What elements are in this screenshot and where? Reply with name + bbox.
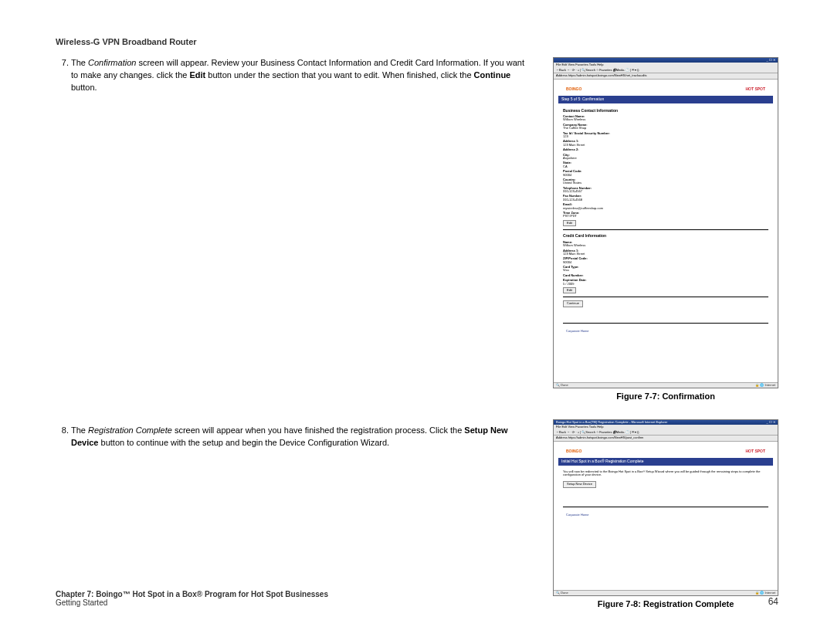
value: 5 / 2009	[563, 282, 574, 286]
text: The	[71, 425, 88, 435]
reg-complete-term: Registration Complete	[88, 425, 172, 435]
browser-statusbar: 🔍 Done 🔒 🌐 Internet	[554, 382, 778, 388]
figure-column: _ ☐ ✕ File Edit View Favorites Tools Hel…	[553, 57, 778, 627]
browser-window-2: Boingo Hot Spot in a Box(TM) Registratio…	[553, 419, 778, 596]
brand-row-2: BOINGO HOT SPOT	[558, 446, 773, 459]
text: button under the section that you want t…	[205, 70, 473, 80]
value: 310-123-4568	[563, 198, 582, 202]
label: ZIP/Postal Code:	[563, 257, 768, 260]
value: mywireless@coffeeshop.com	[563, 206, 603, 210]
instruction-list-2: The Registration Complete screen will ap…	[56, 425, 530, 449]
boingo-logo: BOINGO	[566, 449, 581, 454]
completion-text: You will now be redirected to the Boingo…	[563, 470, 768, 477]
confirmation-term: Confirmation	[88, 58, 136, 67]
value: 90004	[563, 173, 571, 177]
label: Card Type:	[563, 266, 768, 269]
label: Company Name:	[563, 124, 768, 127]
document-page: Wireless-G VPN Broadband Router The Conf…	[0, 0, 834, 644]
label: Address 1:	[563, 249, 768, 253]
label: Contact Name:	[563, 115, 768, 118]
value: 123	[563, 134, 568, 138]
step-8: The Registration Complete screen will ap…	[71, 425, 530, 449]
chapter-title: Chapter 7: Boingo™ Hot Spot in a Box® Pr…	[56, 590, 328, 598]
browser-content: BOINGO HOT SPOT Step 5 of 5: Confirmatio…	[554, 80, 778, 382]
browser-toolbar-2: ←Back → · ⟳ · ⌂ | 🔍Search ☆Favorites 🗐Me…	[554, 430, 778, 436]
text: The	[71, 58, 88, 67]
two-column-layout: The Confirmation screen will appear. Rev…	[56, 57, 778, 627]
continue-button[interactable]: Continue	[563, 300, 583, 307]
label: Name:	[563, 241, 768, 244]
step-7: The Confirmation screen will appear. Rev…	[71, 57, 530, 94]
figure-caption-7-7: Figure 7-7: Confirmation	[553, 391, 778, 401]
label: City:	[563, 154, 768, 157]
browser-address-2: Address https://admin.hotspot.boingo.com…	[554, 436, 778, 441]
label: State:	[563, 161, 768, 164]
value: 123 Main Street	[563, 143, 585, 147]
section-business-contact: Business Contact Information	[563, 109, 768, 114]
wizard-step-bar: Step 5 of 5: Confirmation	[558, 96, 773, 103]
value: 90004	[563, 260, 571, 264]
section-credit-card: Credit Card Information	[563, 234, 768, 239]
value: 310-123-4567	[563, 189, 582, 193]
setup-new-device-button[interactable]: Setup New Device	[563, 481, 596, 487]
corporate-link[interactable]: Corporate Home	[566, 330, 589, 333]
edit-button-2[interactable]: Edit	[563, 287, 576, 293]
label: Address 2:	[563, 148, 768, 151]
status-left: 🔍 Done	[556, 384, 568, 387]
value: Visa	[563, 268, 569, 272]
label: Postal Code:	[563, 170, 768, 173]
edit-button[interactable]: Edit	[563, 220, 576, 226]
value: United States	[563, 181, 581, 185]
hotspot-logo: HOT SPOT	[745, 86, 765, 91]
corporate-link[interactable]: Corporate Home	[566, 514, 589, 517]
instruction-list: The Confirmation screen will appear. Rev…	[56, 57, 530, 94]
value: PST#PDT	[563, 214, 577, 218]
label: Country:	[563, 178, 768, 181]
spacer	[56, 99, 530, 425]
text: screen will appear when you have finishe…	[172, 425, 464, 435]
label: Expiration Date:	[563, 279, 768, 282]
text: button to continue with the setup and be…	[98, 438, 389, 447]
boingo-logo: BOINGO	[566, 86, 581, 91]
label: Address 1:	[563, 140, 768, 143]
continue-term: Continue	[474, 70, 511, 80]
wizard-complete-bar: Initial Hot Spot in a Box® Registration …	[558, 458, 773, 466]
page-footrow: Corporate Home	[563, 330, 768, 333]
text-column: The Confirmation screen will appear. Rev…	[56, 57, 530, 454]
label: Card Number:	[563, 274, 768, 277]
label: Tax Id / Social Security Number:	[563, 132, 768, 135]
label: Time Zone:	[563, 212, 768, 215]
section-title: Getting Started	[56, 598, 328, 607]
browser-content-2: BOINGO HOT SPOT Initial Hot Spot in a Bo…	[554, 442, 778, 590]
page-footer: Chapter 7: Boingo™ Hot Spot in a Box® Pr…	[56, 590, 778, 607]
browser-window: _ ☐ ✕ File Edit View Favorites Tools Hel…	[553, 57, 778, 388]
status-right: 🔒 🌐 Internet	[755, 384, 775, 387]
value: William Wireless	[563, 243, 585, 247]
figure-7-8: Boingo Hot Spot in a Box(TM) Registratio…	[553, 419, 778, 608]
label: Fax Number:	[563, 195, 768, 198]
value: William Wireless	[563, 117, 585, 121]
browser-toolbar: ←Back → · ⟳ · ⌂ | 🔍Search ☆Favorites 🗐Me…	[554, 68, 778, 73]
value: 123 Main Street	[563, 252, 585, 256]
brand-row: BOINGO HOT SPOT	[558, 84, 773, 97]
hotspot-logo: HOT SPOT	[745, 449, 765, 454]
text: button.	[71, 83, 97, 92]
browser-address: Address https://admin.hotspot.boingo.com…	[554, 73, 778, 79]
label: Telephone Number:	[563, 187, 768, 190]
page-header: Wireless-G VPN Broadband Router	[56, 37, 778, 46]
value: CA	[563, 164, 568, 168]
figure-7-7: _ ☐ ✕ File Edit View Favorites Tools Hel…	[553, 57, 778, 401]
value: The Coffee Shop	[563, 126, 586, 130]
page-number: 64	[768, 596, 778, 607]
value: Anywhere	[563, 156, 577, 160]
edit-term: Edit	[189, 70, 205, 80]
